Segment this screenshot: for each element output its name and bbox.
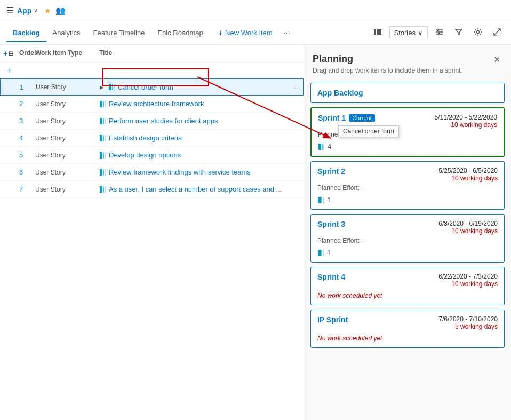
sprint-card-2: Sprint 2 5/25/2020 - 6/5/2020 10 working… — [310, 161, 505, 210]
row-title: Review framework findings with service t… — [96, 166, 304, 178]
add-item-button[interactable]: + — [3, 65, 14, 76]
sprint-4-no-work: No work scheduled yet — [317, 292, 498, 299]
row-title: Develop design options — [96, 149, 304, 161]
svg-rect-24 — [105, 152, 106, 159]
favorite-icon[interactable]: ★ — [44, 6, 51, 15]
table-row: 3 User Story Perform user studies for cl… — [0, 113, 304, 130]
view-selector[interactable]: Stories ∨ — [389, 26, 428, 39]
row-order: 1 — [17, 81, 33, 93]
header-title: Title — [96, 47, 304, 60]
planning-close-button[interactable]: ✕ — [491, 53, 502, 66]
svg-rect-17 — [103, 118, 104, 124]
sprint-4-dates: 6/22/2020 - 7/3/2020 — [438, 273, 498, 280]
row-title-text[interactable]: Review framework findings with service t… — [109, 168, 251, 176]
sprint-ip-working-days: 5 working days — [438, 323, 498, 330]
story-icon — [108, 83, 116, 91]
row-type: User Story — [32, 115, 96, 127]
nav-item-feature-timeline[interactable]: Feature Timeline — [87, 23, 151, 42]
row-checkbox — [1, 85, 17, 89]
drag-tooltip: Cancel order form — [338, 125, 399, 137]
sprint-2-name[interactable]: Sprint 2 — [317, 167, 345, 176]
backlog-card-title: App Backlog — [317, 89, 498, 97]
svg-rect-37 — [318, 250, 321, 256]
filter-icon[interactable] — [451, 26, 466, 40]
sprint-2-dates: 5/25/2020 - 6/5/2020 — [438, 167, 498, 175]
row-checkbox — [0, 187, 16, 192]
row-expand-icon[interactable]: ▶ — [100, 84, 104, 90]
sprint-4-name[interactable]: Sprint 4 — [317, 273, 345, 281]
nav-item-backlog[interactable]: Backlog — [6, 23, 46, 42]
sprint-2-header: Sprint 2 5/25/2020 - 6/5/2020 10 working… — [317, 167, 498, 182]
svg-rect-35 — [321, 197, 322, 203]
nav-item-analytics[interactable]: Analytics — [46, 23, 87, 42]
sprint-3-count: 1 — [317, 249, 498, 257]
svg-rect-23 — [103, 152, 104, 159]
sprint-ip-no-work: No work scheduled yet — [317, 335, 498, 342]
nav-bar: Backlog Analytics Feature Timeline Epic … — [0, 21, 511, 45]
sprint-2-working-days: 10 working days — [438, 175, 498, 182]
app-caret-icon[interactable]: ∨ — [34, 7, 38, 14]
sprint-card-4: Sprint 4 6/22/2020 - 7/3/2020 10 working… — [310, 267, 505, 305]
table-row: 2 User Story Review architecture framewo… — [0, 96, 304, 113]
planning-header: Planning Drag and drop work items to inc… — [304, 45, 511, 78]
svg-rect-31 — [318, 144, 321, 150]
row-checkbox — [0, 136, 16, 140]
row-more-button[interactable]: ··· — [294, 83, 300, 91]
sprint-ip-name[interactable]: IP Sprint — [317, 315, 348, 324]
sprint-ip-header: IP Sprint 7/6/2020 - 7/10/2020 5 working… — [317, 315, 498, 330]
add-header-icon[interactable]: + — [3, 49, 7, 58]
svg-point-6 — [437, 29, 439, 31]
row-title-text[interactable]: Perform user studies for client apps — [109, 117, 218, 125]
add-row: + — [0, 62, 304, 78]
new-work-item-button[interactable]: + New Work Item — [212, 25, 279, 41]
svg-rect-22 — [100, 152, 102, 159]
table-row: 4 User Story Establish design criteria — [0, 130, 304, 147]
svg-point-7 — [440, 31, 442, 33]
row-type: User Story — [32, 167, 96, 178]
svg-rect-25 — [100, 169, 102, 176]
svg-rect-34 — [318, 197, 321, 203]
row-title-text[interactable]: As a user, I can select a number of supp… — [109, 185, 282, 193]
row-checkbox — [0, 119, 16, 123]
settings-icon[interactable] — [470, 26, 485, 40]
collapse-header-icon[interactable]: ⊟ — [9, 50, 13, 57]
row-title-text[interactable]: Review architecture framework — [109, 100, 204, 108]
columns-icon[interactable] — [370, 26, 385, 40]
nav-item-epic-roadmap[interactable]: Epic Roadmap — [151, 23, 209, 42]
row-title-text[interactable]: Cancel order form — [118, 83, 173, 91]
row-type: User Story — [32, 132, 96, 144]
sprint-3-effort: Planned Effort: - — [317, 237, 498, 244]
sprint-ip-dates: 7/6/2020 - 7/10/2020 — [438, 315, 498, 323]
sprint-2-effort: Planned Effort: - — [317, 184, 498, 192]
sprint-3-working-days: 10 working days — [438, 227, 498, 235]
sprint-1-name[interactable]: Sprint 1 — [318, 114, 346, 122]
row-title: Perform user studies for client apps — [96, 115, 304, 127]
sprint-1-working-days: 10 working days — [435, 121, 497, 129]
planning-title: Planning — [313, 53, 462, 65]
sprint-story-icon — [317, 249, 325, 257]
sprint-2-count: 1 — [317, 196, 498, 204]
row-order: 3 — [16, 115, 32, 127]
svg-rect-27 — [105, 169, 106, 176]
sprint-card-ip: IP Sprint 7/6/2020 - 7/10/2020 5 working… — [310, 310, 505, 348]
planning-title-block: Planning Drag and drop work items to inc… — [313, 53, 462, 74]
row-order: 4 — [16, 132, 32, 144]
expand-icon[interactable] — [490, 26, 505, 40]
user-icon[interactable]: 👥 — [55, 6, 66, 15]
header-type: Work Item Type — [32, 47, 96, 60]
row-title-text[interactable]: Develop design options — [109, 151, 181, 159]
table-row: 1 User Story ▶ Cancel order form ··· — [0, 78, 304, 96]
svg-rect-16 — [100, 118, 102, 124]
hamburger-icon[interactable]: ☰ — [6, 5, 14, 15]
app-name[interactable]: App — [17, 6, 31, 15]
sprint-3-name[interactable]: Sprint 3 — [317, 220, 345, 228]
row-title-text[interactable]: Establish design criteria — [109, 134, 182, 142]
nav-more-button[interactable]: ··· — [279, 25, 294, 41]
sprint-1-dates: 5/11/2020 - 5/22/2020 — [435, 114, 497, 121]
tune-icon[interactable] — [432, 26, 447, 40]
sprint-3-dates: 6/8/2020 - 6/19/2020 — [438, 220, 498, 227]
svg-rect-2 — [379, 29, 381, 35]
svg-rect-36 — [323, 197, 324, 203]
backlog-panel: + ⊟ Order Work Item Type Title + 1 User … — [0, 45, 304, 420]
row-order: 2 — [16, 98, 32, 110]
